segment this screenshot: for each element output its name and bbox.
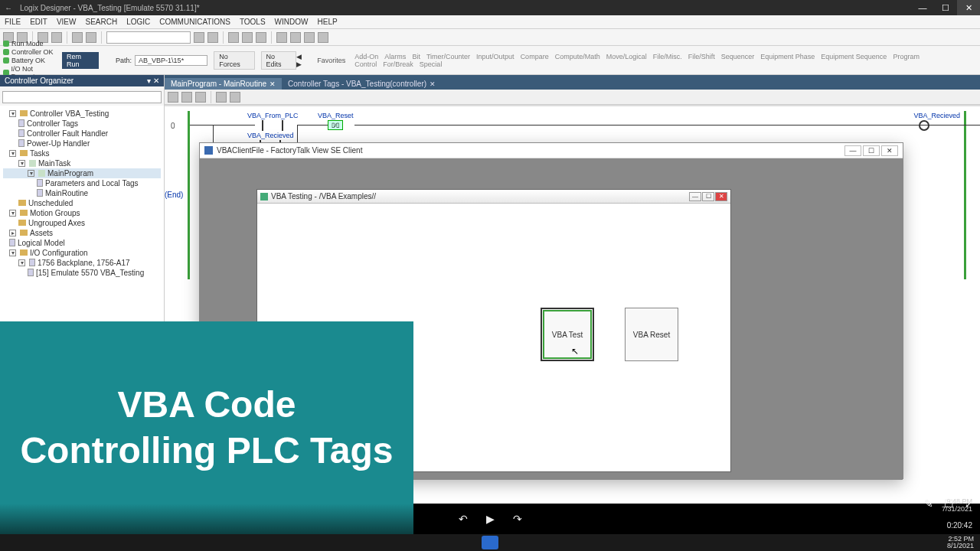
toolbar-icon[interactable] — [318, 32, 328, 43]
toolbar-icon[interactable] — [242, 32, 253, 43]
toolbar-icon[interactable] — [168, 92, 178, 103]
ote-instruction[interactable]: VBA_Recieved — [913, 112, 960, 131]
vba-test-button[interactable]: VBA Test ↖ — [541, 308, 594, 361]
tree-item[interactable]: ▾Motion Groups — [3, 208, 161, 218]
tree-item[interactable]: Logical Model — [3, 238, 161, 248]
edit-icon[interactable]: ✎ — [924, 497, 933, 510]
toolbar-icon[interactable] — [304, 32, 315, 43]
menu-logic[interactable]: LOGIC — [126, 18, 150, 26]
toolbar-icon[interactable] — [181, 92, 192, 103]
ons-instruction[interactable]: VBA_Reset ▯/▯ — [318, 112, 354, 130]
minimize-button[interactable]: — — [911, 0, 934, 15]
no-edits-badge[interactable]: No Edits — [261, 51, 296, 70]
favorites-tab[interactable]: Compute/Math — [555, 53, 600, 60]
tree-item[interactable]: Controller Tags — [3, 119, 161, 129]
tree-item[interactable]: ▾MainTask — [3, 158, 161, 168]
toolbar-icon[interactable] — [194, 32, 204, 43]
toolbar-icon[interactable] — [195, 92, 206, 103]
path-field[interactable]: AB_VBP-1\15* — [135, 55, 207, 66]
favorites-tab[interactable]: Input/Output — [476, 53, 514, 60]
organizer-search-input[interactable] — [2, 91, 162, 103]
tree-item[interactable]: ▾Controller VBA_Testing — [3, 109, 161, 119]
subtitles-icon[interactable]: ☐ — [944, 497, 954, 510]
tab-close-icon[interactable]: ✕ — [270, 80, 276, 88]
tree-item[interactable]: ▾I/O Configuration — [3, 248, 161, 258]
inner-minimize-button[interactable]: — — [689, 192, 701, 201]
editor-tab[interactable]: MainProgram - MainRoutine✕ — [165, 78, 282, 90]
cursor-icon: ↖ — [571, 346, 579, 357]
search-input[interactable] — [106, 31, 191, 44]
tree-item[interactable]: ▾Tasks — [3, 148, 161, 158]
maximize-button[interactable]: ☐ — [934, 0, 957, 15]
favorites-tab[interactable]: File/Shift — [688, 53, 715, 60]
tree-item[interactable]: Ungrouped Axes — [3, 218, 161, 228]
xic-instruction[interactable]: VBA_From_PLC — [247, 112, 299, 131]
tree-item[interactable]: Controller Fault Handler — [3, 129, 161, 139]
vba-reset-button[interactable]: VBA Reset — [625, 308, 678, 361]
favorites-tab[interactable]: Equipment Phase — [760, 53, 815, 60]
toolbar-icon[interactable] — [276, 32, 287, 43]
undo-icon[interactable] — [72, 32, 83, 43]
tree-item[interactable]: MainRoutine — [3, 188, 161, 198]
toolbar-icon[interactable] — [256, 32, 266, 43]
tree-item[interactable]: ▾1756 Backplane, 1756-A17 — [3, 258, 161, 268]
inner-window-titlebar[interactable]: VBA Testing - /VBA Examples// — ☐ ✕ — [257, 190, 730, 204]
ft-close-button[interactable]: ✕ — [881, 145, 898, 156]
ft-maximize-button[interactable]: ☐ — [863, 145, 880, 156]
toolbar-icon[interactable] — [290, 32, 301, 43]
inner-close-button[interactable]: ✕ — [715, 192, 727, 201]
menu-tools[interactable]: TOOLS — [240, 18, 266, 26]
favorites-tab[interactable]: Compare — [521, 53, 549, 60]
favorites-tab[interactable]: Move/Logical — [606, 53, 647, 60]
tree-item[interactable]: Parameters and Local Tags — [3, 178, 161, 188]
organizer-close-icon[interactable]: ▾ ✕ — [147, 77, 159, 85]
no-forces-badge[interactable]: No Forces — [214, 51, 254, 70]
menu-file[interactable]: FILE — [5, 18, 21, 26]
play-icon[interactable]: ▶ — [486, 513, 495, 525]
favorites-tab[interactable]: Bit — [412, 53, 420, 60]
toolbar-icon[interactable] — [207, 32, 218, 43]
tab-close-icon[interactable]: ✕ — [430, 80, 436, 88]
favorites-bar: ◀ ▶ Favorites Add-OnAlarmsBitTimer/Count… — [296, 53, 977, 68]
favorites-tab[interactable]: Sequencer — [721, 53, 755, 60]
zoom-out-icon[interactable] — [230, 92, 240, 103]
tree-item[interactable]: [15] Emulate 5570 VBA_Testing — [3, 268, 161, 278]
favorites-tab[interactable]: Equipment Sequence — [821, 53, 887, 60]
ft-minimize-button[interactable]: — — [844, 145, 861, 156]
back-icon[interactable]: ← — [5, 4, 12, 12]
menubar: FILEEDITVIEWSEARCHLOGICCOMMUNICATIONSTOO… — [0, 15, 980, 29]
app-title: Logix Designer - VBA_Testing [Emulate 55… — [20, 4, 200, 12]
menu-view[interactable]: VIEW — [57, 18, 77, 26]
favorites-tab[interactable]: File/Misc. — [653, 53, 682, 60]
menu-window[interactable]: WINDOW — [275, 18, 309, 26]
redo-icon[interactable] — [86, 32, 96, 43]
menu-communications[interactable]: COMMUNICATIONS — [159, 18, 230, 26]
tree-item[interactable]: ▾MainProgram — [3, 168, 161, 178]
rewind-icon[interactable]: ↶ — [459, 513, 468, 525]
toolbar-icon[interactable] — [228, 32, 239, 43]
menu-help[interactable]: HELP — [317, 18, 337, 26]
favorites-tab[interactable]: Alarms — [384, 53, 406, 60]
favorites-tab[interactable]: Add-On — [354, 53, 378, 60]
forward-icon[interactable]: ↷ — [513, 513, 522, 525]
menu-edit[interactable]: EDIT — [30, 18, 47, 26]
tree-item[interactable]: Power-Up Handler — [3, 139, 161, 148]
tree-item[interactable]: ▸Assets — [3, 228, 161, 238]
favorites-label[interactable]: Favorites — [317, 57, 345, 64]
system-clock[interactable]: 2:52 PM 8/1/2021 — [947, 536, 974, 550]
favorites-tab[interactable]: Timer/Counter — [426, 53, 470, 60]
tree-item[interactable]: Unscheduled — [3, 198, 161, 208]
close-button[interactable]: ✕ — [957, 0, 980, 15]
start-button[interactable] — [482, 536, 498, 549]
favorites-tab[interactable]: For/Break — [383, 60, 413, 68]
status-light: Battery OK — [3, 57, 56, 64]
editor-tab[interactable]: Controller Tags - VBA_Testing(controller… — [282, 78, 442, 90]
favorites-tab[interactable]: Special — [420, 60, 443, 68]
zoom-in-icon[interactable] — [216, 92, 227, 103]
ft-window-titlebar[interactable]: VBAClientFile - FactoryTalk View SE Clie… — [200, 143, 903, 158]
inner-maximize-button[interactable]: ☐ — [702, 192, 714, 201]
windows-taskbar[interactable]: 2:52 PM 8/1/2021 — [0, 534, 980, 551]
ft-window-title: VBAClientFile - FactoryTalk View SE Clie… — [217, 146, 362, 155]
menu-search[interactable]: SEARCH — [85, 18, 117, 26]
fullscreen-icon[interactable]: ⤢ — [965, 497, 974, 510]
